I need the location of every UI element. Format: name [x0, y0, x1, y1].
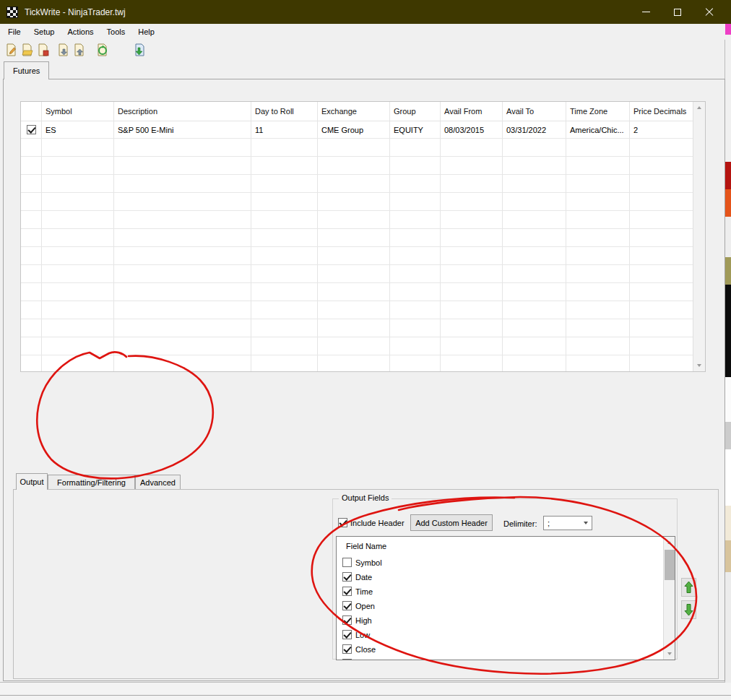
- scroll-up-icon[interactable]: [664, 537, 675, 548]
- refresh-jobs-icon[interactable]: [95, 43, 110, 57]
- scroll-up-icon[interactable]: [693, 102, 705, 113]
- menu-actions[interactable]: Actions: [61, 24, 100, 40]
- symbol-row-checkbox[interactable]: [27, 125, 36, 134]
- open-job-icon[interactable]: [20, 43, 35, 57]
- field-label-close[interactable]: Close: [355, 645, 376, 654]
- scroll-down-icon[interactable]: [664, 648, 675, 660]
- close-button[interactable]: [693, 0, 725, 24]
- menu-tools[interactable]: Tools: [100, 24, 132, 40]
- output-fields-list[interactable]: Field Name Symbol Date Time Open High Lo…: [336, 536, 675, 660]
- delimiter-select[interactable]: ;: [543, 516, 592, 530]
- menu-help[interactable]: Help: [131, 24, 161, 40]
- run-job-icon[interactable]: [133, 43, 147, 57]
- maximize-icon: [674, 9, 681, 16]
- output-fields-group-label: Output Fields: [339, 493, 392, 502]
- field-label-low[interactable]: Low: [355, 631, 370, 639]
- minimize-icon: [642, 12, 650, 12]
- field-label-time[interactable]: Time: [355, 587, 373, 596]
- col-header-price-decimals[interactable]: Price Decimals: [633, 107, 686, 116]
- field-checkbox-volume[interactable]: [342, 659, 352, 660]
- close-icon: [705, 8, 714, 17]
- delimiter-label: Delimiter:: [503, 519, 537, 528]
- field-label-symbol[interactable]: Symbol: [355, 558, 382, 567]
- cell-avail-to[interactable]: 03/31/2022: [506, 126, 546, 134]
- cell-price-decimals[interactable]: 2: [633, 126, 638, 134]
- grid-empty-rows: [21, 121, 694, 372]
- fields-scrollbar[interactable]: [663, 537, 675, 660]
- col-header-time-zone[interactable]: Time Zone: [570, 107, 607, 116]
- field-checkbox-low[interactable]: [342, 630, 352, 639]
- field-checkbox-date[interactable]: [342, 572, 352, 582]
- cell-time-zone[interactable]: America/Chic...: [570, 126, 624, 134]
- field-checkbox-open[interactable]: [342, 601, 352, 610]
- cell-description[interactable]: S&P 500 E-Mini: [118, 126, 173, 134]
- tab-output[interactable]: Output: [16, 473, 48, 490]
- new-job-icon[interactable]: [4, 43, 19, 57]
- col-header-description[interactable]: Description: [118, 107, 157, 116]
- field-name-header: Field Name: [346, 542, 386, 550]
- cell-avail-from[interactable]: 08/03/2015: [444, 126, 484, 134]
- desktop-area: [0, 683, 731, 700]
- window-title: TickWrite - NinjaTrader.twj: [25, 7, 126, 17]
- cell-symbol[interactable]: ES: [46, 126, 56, 134]
- import-job-icon[interactable]: [72, 43, 87, 57]
- tab-futures[interactable]: Futures: [4, 61, 49, 79]
- field-checkbox-high[interactable]: [342, 615, 352, 625]
- green-down-arrow-icon: [684, 603, 693, 616]
- dropdown-arrow-icon: [580, 517, 592, 530]
- scroll-down-icon[interactable]: [693, 360, 705, 371]
- field-checkbox-symbol[interactable]: [342, 558, 352, 567]
- grid-scrollbar[interactable]: [693, 102, 705, 371]
- col-header-avail-to[interactable]: Avail To: [506, 107, 534, 116]
- include-header-label: Include Header: [350, 519, 405, 527]
- delimiter-value: ;: [544, 519, 580, 527]
- menu-setup[interactable]: Setup: [27, 24, 61, 40]
- export-job-icon[interactable]: [56, 43, 71, 57]
- menu-file[interactable]: File: [1, 24, 27, 40]
- cell-group[interactable]: EQUITY: [394, 126, 423, 134]
- green-up-arrow-icon: [684, 581, 693, 594]
- cell-exchange[interactable]: CME Group: [321, 126, 363, 134]
- include-header-checkbox[interactable]: [338, 518, 347, 527]
- delete-job-icon[interactable]: [36, 43, 51, 57]
- field-label-open[interactable]: Open: [355, 602, 375, 610]
- tab-formatting-filtering[interactable]: Formatting/Filtering: [48, 475, 135, 489]
- col-header-group[interactable]: Group: [394, 107, 416, 116]
- minimize-button[interactable]: [630, 0, 662, 24]
- col-header-day-to-roll[interactable]: Day to Roll: [255, 107, 294, 116]
- field-checkbox-close[interactable]: [342, 644, 352, 654]
- maximize-button[interactable]: [662, 0, 693, 24]
- tab-advanced[interactable]: Advanced: [135, 475, 181, 489]
- field-label-high[interactable]: High: [355, 616, 372, 625]
- field-label-date[interactable]: Date: [355, 573, 372, 582]
- field-checkbox-time[interactable]: [342, 587, 352, 596]
- app-icon: [7, 7, 18, 18]
- symbols-grid: Symbol Description Day to Roll Exchange …: [20, 101, 706, 372]
- scrollbar-thumb[interactable]: [665, 550, 675, 580]
- col-header-symbol[interactable]: Symbol: [46, 107, 72, 116]
- col-header-exchange[interactable]: Exchange: [321, 107, 357, 116]
- cell-day-to-roll[interactable]: 11: [255, 126, 263, 134]
- add-custom-header-button[interactable]: Add Custom Header: [410, 514, 493, 531]
- col-header-avail-from[interactable]: Avail From: [444, 107, 482, 116]
- desktop-divider: [0, 695, 731, 696]
- field-label-volume[interactable]: Volume: [355, 660, 382, 660]
- move-field-down-button[interactable]: [681, 600, 696, 619]
- titlebar: TickWrite - NinjaTrader.twj: [0, 0, 731, 24]
- menubar: File Setup Actions Tools Help: [0, 24, 725, 40]
- move-field-up-button[interactable]: [681, 578, 696, 597]
